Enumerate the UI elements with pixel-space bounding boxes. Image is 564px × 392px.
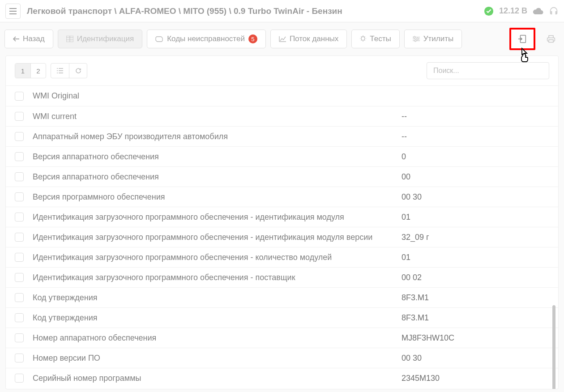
row-value: 0 [402,152,549,162]
table-icon [66,36,73,42]
table-row: Идентификация загрузочного программного … [6,247,558,267]
scrollbar-thumb[interactable] [552,305,555,389]
row-label: Номер версии ПО [33,354,402,363]
row-value: 00 02 [402,273,549,282]
svg-point-2 [361,37,365,40]
table-row: Код утверждения8F3.M1 [6,307,558,328]
page-segmented: 1 2 [15,63,46,78]
table-row: Идентификация загрузочного программного … [6,267,558,287]
engine-icon [155,36,163,42]
row-value: 2345M130 [402,374,549,383]
table-row: Номер версии ПО00 30 [6,348,558,368]
row-checkbox[interactable] [15,374,24,383]
row-value: MJ8F3HW10C [402,333,549,343]
row-value: 8F3.M1 [402,313,549,323]
row-value: 00 30 [402,354,549,363]
table-row: Аппаратный номер ЭБУ производителя автом… [6,126,558,146]
table-row: Версия аппаратного обеспечения0 [6,146,558,166]
sliders-icon [413,36,420,42]
row-value: 01 [402,213,549,222]
page-1[interactable]: 1 [15,64,30,78]
table-row: WMI Original [6,86,558,106]
search-input[interactable] [427,62,549,79]
row-value: -- [402,132,549,141]
row-value: 32_09 г [402,233,549,242]
table-row: Номер аппаратного обеспеченияMJ8F3HW10C [6,328,558,348]
table-row: Серийный номер программы2345M130 [6,368,558,388]
tests-label: Тесты [370,34,391,43]
row-checkbox[interactable] [15,213,24,222]
table-row: Идентификация загрузочного программного … [6,207,558,227]
row-checkbox[interactable] [15,253,24,262]
row-value: 00 [402,172,549,182]
list-view-button[interactable] [51,64,69,78]
content-area: 1 2 WMI OriginalWMI current--Аппаратный … [0,55,564,392]
row-label: Идентификация загрузочного программного … [33,253,402,262]
row-checkbox[interactable] [15,92,24,101]
identification-tab: Идентификация [58,30,142,48]
bulb-icon [360,35,366,43]
row-value: 00 30 [402,192,549,202]
tests-tab[interactable]: Тесты [351,30,399,48]
table-row: Версия программного обеспечения00 30 [6,187,558,207]
scrollbar-track[interactable] [554,86,557,389]
headset-icon[interactable] [549,6,559,16]
row-label: Версия аппаратного обеспечения [33,172,402,182]
dtc-label: Коды неисправностей [167,34,245,43]
view-controls [51,63,87,78]
row-checkbox[interactable] [15,192,24,201]
refresh-button[interactable] [69,64,87,78]
status-ok-icon [484,6,494,16]
list-icon [57,68,63,73]
identification-panel: 1 2 WMI OriginalWMI current--Аппаратный … [5,55,559,389]
dtc-count-badge: 5 [248,34,257,43]
row-value: -- [402,112,549,121]
pointer-cursor-icon [517,47,531,63]
row-label: Аппаратный номер ЭБУ производителя автом… [33,132,402,141]
row-label: Версия программного обеспечения [33,192,402,202]
row-checkbox[interactable] [15,152,24,161]
row-checkbox[interactable] [15,354,24,362]
row-checkbox[interactable] [15,172,24,181]
row-checkbox[interactable] [15,293,24,302]
dataflow-tab[interactable]: Поток данных [270,30,347,48]
row-checkbox[interactable] [15,333,24,342]
row-label: WMI Original [33,91,402,101]
utilities-tab[interactable]: Утилиты [404,30,462,48]
voltage-label: 12.12 В [499,6,527,16]
table-row: Код утверждения8F3.M1 [6,287,558,307]
dtc-tab[interactable]: Коды неисправностей 5 [147,30,266,48]
app-header: Легковой транспорт \ ALFA-ROMEO \ MITO (… [0,0,564,22]
export-icon [517,34,527,44]
svg-point-3 [414,36,415,38]
table-row: WMI current-- [6,106,558,126]
row-checkbox[interactable] [15,273,24,282]
status-section: 12.12 В [484,6,559,16]
row-checkbox[interactable] [15,233,24,242]
menu-button[interactable] [5,4,21,19]
page-2[interactable]: 2 [30,64,46,78]
svg-point-4 [417,38,419,40]
data-list[interactable]: WMI OriginalWMI current--Аппаратный номе… [6,86,558,389]
row-label: WMI current [33,112,402,121]
row-checkbox[interactable] [15,112,24,121]
svg-point-5 [414,40,416,42]
row-checkbox[interactable] [15,132,24,141]
row-value: 8F3.M1 [402,293,549,303]
refresh-icon [75,68,81,74]
panel-header: 1 2 [6,56,558,86]
row-label: Код утверждения [33,293,402,303]
identification-label: Идентификация [77,34,134,43]
row-checkbox[interactable] [15,313,24,322]
main-toolbar: Назад Идентификация Коды неисправностей … [0,22,564,55]
row-label: Идентификация загрузочного программного … [33,213,402,222]
back-button[interactable]: Назад [4,30,53,48]
print-button[interactable] [543,30,560,47]
row-label: Идентификация загрузочного программного … [33,273,402,282]
row-label: Идентификация загрузочного программного … [33,233,402,242]
export-button-highlighted[interactable] [509,28,535,50]
cloud-icon[interactable] [533,7,543,15]
arrow-left-icon [13,36,19,42]
table-row: Идентификация загрузочного программного … [6,227,558,247]
row-label: Версия аппаратного обеспечения [33,152,402,162]
